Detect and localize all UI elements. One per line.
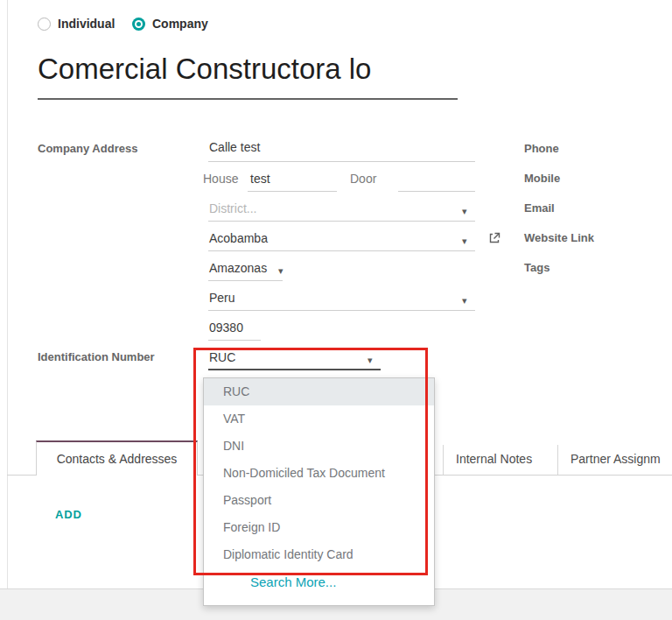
tab-separator	[443, 445, 444, 475]
search-more-option[interactable]: Search More...	[204, 568, 434, 596]
add-button[interactable]: ADD	[55, 508, 82, 521]
company-name-underline	[38, 98, 458, 100]
door-label: Door	[350, 172, 376, 186]
tab-contacts-addresses[interactable]: Contacts & Addresses	[36, 440, 198, 476]
street-input[interactable]: Calle test	[209, 140, 260, 154]
district-underline	[208, 221, 475, 222]
tab-internal-notes[interactable]: Internal Notes	[456, 452, 532, 466]
radio-company[interactable]	[132, 18, 145, 34]
external-link-icon[interactable]	[487, 231, 501, 245]
mobile-label: Mobile	[524, 172, 560, 185]
chevron-down-icon[interactable]: ▾	[462, 236, 467, 245]
city-underline	[208, 250, 475, 251]
house-label: House	[203, 172, 238, 186]
identification-number-label: Identification Number	[38, 350, 155, 363]
radio-individual-label[interactable]: Individual	[58, 17, 115, 31]
state-underline	[208, 280, 283, 281]
country-underline	[208, 310, 475, 311]
radio-individual-circle	[38, 18, 51, 31]
id-type-underline-focused	[208, 369, 381, 370]
id-type-select[interactable]: RUC	[209, 350, 235, 364]
company-name-input[interactable]: Comercial Constructora lo	[38, 47, 458, 91]
sheet-left-border	[7, 0, 8, 588]
tab-partner-assignment[interactable]: Partner Assignm	[570, 452, 672, 466]
website-link-label: Website Link	[524, 231, 594, 244]
dropdown-option-passport[interactable]: Passport	[204, 487, 434, 514]
zip-underline	[208, 340, 261, 341]
house-underline	[248, 191, 337, 192]
country-select[interactable]: Peru	[209, 291, 235, 305]
dropdown-option-foreign-id[interactable]: Foreign ID	[204, 514, 434, 541]
dropdown-option-ruc[interactable]: RUC	[204, 378, 434, 405]
state-select[interactable]: Amazonas	[209, 261, 267, 275]
radio-company-circle	[132, 18, 145, 31]
dropdown-option-vat[interactable]: VAT	[204, 405, 434, 433]
phone-label: Phone	[524, 142, 559, 155]
tab-separator	[557, 445, 558, 475]
chevron-down-icon[interactable]: ▾	[278, 266, 284, 275]
zip-input[interactable]: 09380	[209, 321, 243, 335]
chevron-down-icon[interactable]: ▾	[462, 207, 467, 215]
dropdown-option-non-domiciled[interactable]: Non-Domiciled Tax Document	[204, 460, 434, 487]
id-type-dropdown-menu: RUC VAT DNI Non-Domiciled Tax Document P…	[203, 377, 435, 606]
district-select[interactable]: District...	[209, 201, 256, 215]
street-underline	[208, 161, 475, 162]
chevron-down-icon[interactable]: ▾	[462, 296, 467, 305]
house-input[interactable]: test	[250, 172, 270, 186]
tags-label: Tags	[524, 261, 550, 274]
email-label: Email	[524, 201, 555, 215]
chevron-down-icon[interactable]: ▾	[368, 356, 373, 364]
city-select[interactable]: Acobamba	[209, 231, 268, 245]
radio-individual[interactable]	[38, 18, 51, 34]
dropdown-option-dni[interactable]: DNI	[204, 433, 434, 460]
company-address-label: Company Address	[38, 142, 137, 155]
door-underline	[398, 191, 475, 192]
radio-company-label[interactable]: Company	[152, 17, 208, 31]
dropdown-option-diplomatic[interactable]: Diplomatic Identity Card	[204, 541, 434, 568]
